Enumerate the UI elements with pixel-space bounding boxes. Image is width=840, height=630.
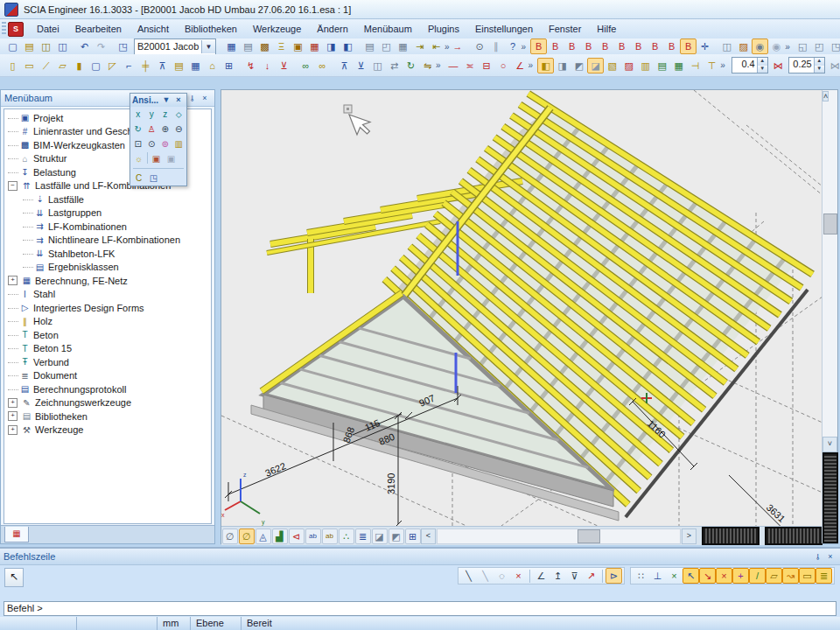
project-manager-icon[interactable]: ◳ xyxy=(115,38,131,54)
close-icon[interactable]: × xyxy=(199,93,211,104)
document-import-icon[interactable]: ⇥ xyxy=(411,38,428,54)
show-loads-icon[interactable]: ⊲ xyxy=(289,528,304,544)
measure-distance-icon[interactable]: ▭ xyxy=(799,568,816,584)
3d-viewport[interactable]: 3622 907 868 115 880 3190 1160 3631 x y … xyxy=(220,89,838,544)
render-wireframe-icon[interactable]: ∅ xyxy=(222,528,238,544)
zoom-document-icon[interactable]: ⊙ xyxy=(472,38,488,54)
ucs2-icon[interactable]: ◩ xyxy=(570,58,587,74)
light-icon[interactable]: ☼ xyxy=(131,151,146,166)
fe-mesh-icon[interactable]: ▦ xyxy=(306,38,323,54)
show-results-icon[interactable]: ▟ xyxy=(272,528,288,544)
snap-size-input[interactable]: 0.4▲▼ xyxy=(732,57,768,74)
tree-item-verbund[interactable]: ŦVerbund xyxy=(4,355,211,369)
disconnect-members-icon[interactable]: ⊻ xyxy=(353,58,369,74)
layers-filter-icon[interactable]: ◫ xyxy=(718,38,735,54)
font-size-input-spinner[interactable]: ▲▼ xyxy=(814,58,824,73)
point-load-icon[interactable]: ↓ xyxy=(259,58,276,74)
menu-menübaum[interactable]: Menübaum xyxy=(356,21,420,37)
cancel-input-icon[interactable]: × xyxy=(510,568,527,584)
command-input[interactable]: Befehl > xyxy=(4,601,836,616)
view-load-glasses-icon[interactable]: ∞ xyxy=(298,58,314,74)
beam-tool-icon[interactable]: ▭ xyxy=(21,58,38,74)
rotate-view-icon[interactable]: ↻ xyxy=(131,122,145,136)
tree-expander-icon[interactable]: + xyxy=(8,398,18,408)
tree-expander-icon[interactable]: + xyxy=(8,425,18,435)
new-window-icon[interactable]: ◳ xyxy=(828,38,840,54)
tree-item-werkzeuge[interactable]: +⚒Werkzeuge xyxy=(4,424,211,438)
draw-rectangle-icon[interactable]: ⊟ xyxy=(479,58,495,74)
select-by-property-icon[interactable]: B xyxy=(680,38,696,54)
tree-item-berechnungsprotokoll[interactable]: ▤Berechnungsprotokoll xyxy=(4,382,211,396)
zoom-selection-icon[interactable]: ⊚ xyxy=(158,136,172,151)
print-preview-icon[interactable]: ◰ xyxy=(378,38,395,54)
select-members-icon[interactable]: B xyxy=(547,38,564,54)
tree-expander-icon[interactable]: − xyxy=(8,181,18,191)
snap-intersection-icon[interactable]: × xyxy=(716,568,732,584)
tree-expander-icon[interactable]: + xyxy=(8,411,18,421)
view-axonometric-icon[interactable]: ⬦ xyxy=(172,107,186,122)
show-member-labels-icon[interactable]: ab xyxy=(322,528,338,544)
snap-vertical-icon[interactable]: ↥ xyxy=(550,568,566,584)
deselect-icon[interactable]: B xyxy=(647,38,663,54)
show-model-data-icon[interactable]: ≣ xyxy=(355,528,371,544)
opening-tool-icon[interactable]: ▢ xyxy=(88,58,104,74)
view-x-icon[interactable]: x xyxy=(131,107,145,122)
tree-item-beton[interactable]: TBeton xyxy=(4,328,211,342)
close-icon[interactable]: × xyxy=(824,551,836,563)
line-grid-icon[interactable]: ⊥ xyxy=(649,568,666,584)
menubar-gripper[interactable] xyxy=(2,22,6,36)
snap-size-input-down-icon[interactable]: ▼ xyxy=(757,66,767,74)
results-window-icon[interactable]: ◨ xyxy=(323,38,340,54)
storey-icon[interactable]: ▤ xyxy=(654,58,670,74)
table-window-icon[interactable]: ◧ xyxy=(340,38,356,54)
cursor-snap-settings-icon[interactable]: ⊳ xyxy=(606,568,622,584)
close-icon[interactable]: × xyxy=(172,94,185,106)
undo-icon[interactable]: ↶ xyxy=(76,38,93,54)
activity-filter-icon[interactable]: ▨ xyxy=(735,38,752,54)
chevron-down-icon[interactable]: ▼ xyxy=(201,40,215,53)
render-image2-icon[interactable]: ▣ xyxy=(164,151,178,166)
calculator-icon[interactable]: ▦ xyxy=(395,38,411,54)
snap-midpoint-icon[interactable]: ↘ xyxy=(699,568,716,584)
dimension-scale2-icon[interactable]: ⋈ xyxy=(827,58,840,74)
scroll-up-icon[interactable]: ˄ xyxy=(822,91,829,102)
select-supports-icon[interactable]: B xyxy=(597,38,613,54)
vertical-scroll-thumb[interactable] xyxy=(823,214,837,234)
move-ucs-icon[interactable]: ✛ xyxy=(696,38,713,54)
catalog-block-icon[interactable]: ▦ xyxy=(187,58,204,74)
snap-arc-icon[interactable]: ◌ xyxy=(494,568,510,584)
tree-item-lastgruppen[interactable]: ⇊Lastgruppen xyxy=(4,206,211,220)
layers-icon[interactable]: ▤ xyxy=(240,38,256,54)
document-export-icon[interactable]: ⇤ xyxy=(428,38,444,54)
project-data-icon[interactable]: ▦ xyxy=(223,38,240,54)
load-panel-icon[interactable]: ▤ xyxy=(171,58,187,74)
redo-icon[interactable]: ↷ xyxy=(93,38,109,54)
zoom-out-icon[interactable]: ⊖ xyxy=(172,122,186,136)
mirror-icon[interactable]: ⇋ xyxy=(419,58,436,74)
print-icon[interactable]: ▤ xyxy=(361,38,378,54)
snap-curve-icon[interactable]: ↝ xyxy=(782,568,799,584)
menu-hilfe[interactable]: Hilfe xyxy=(589,21,624,37)
plate-tool-icon[interactable]: ▱ xyxy=(54,58,71,74)
connect-members-icon[interactable]: ⊼ xyxy=(336,58,353,74)
tree-item-zeichnungswerkzeuge[interactable]: +✎Zeichnungswerkzeuge xyxy=(4,396,211,410)
draw-angle-icon[interactable]: ∠ xyxy=(512,58,528,74)
dimension-line-icon[interactable]: ≍ xyxy=(462,58,479,74)
menu-ansicht[interactable]: Ansicht xyxy=(130,21,177,37)
snap-angle-icon[interactable]: ∠ xyxy=(533,568,550,584)
view-plane-icon[interactable]: ◪ xyxy=(587,58,604,74)
view-settings-icon[interactable]: ◩ xyxy=(388,528,404,544)
zoom-in-icon[interactable]: ⊕ xyxy=(158,122,172,136)
menu-datei[interactable]: Datei xyxy=(29,21,67,37)
select-previous-icon[interactable]: B xyxy=(663,38,680,54)
tree-item-dokument[interactable]: ≣Dokument xyxy=(4,369,211,383)
export-red-icon[interactable]: → xyxy=(450,38,466,54)
panel-tab-menubaum[interactable]: ▦ xyxy=(4,527,29,542)
view-toolbar-header[interactable]: Ansi... ▼ × xyxy=(130,94,186,107)
storey2-icon[interactable]: ▦ xyxy=(670,58,687,74)
draw-circle-icon[interactable]: ○ xyxy=(495,58,512,74)
render-image-icon[interactable]: ▣ xyxy=(149,151,164,166)
snap-endpoint-icon[interactable]: ↖ xyxy=(682,568,699,584)
zoom-all-icon[interactable]: ⊙ xyxy=(145,136,159,151)
toolbar-overflow-icon[interactable]: » xyxy=(522,42,527,52)
